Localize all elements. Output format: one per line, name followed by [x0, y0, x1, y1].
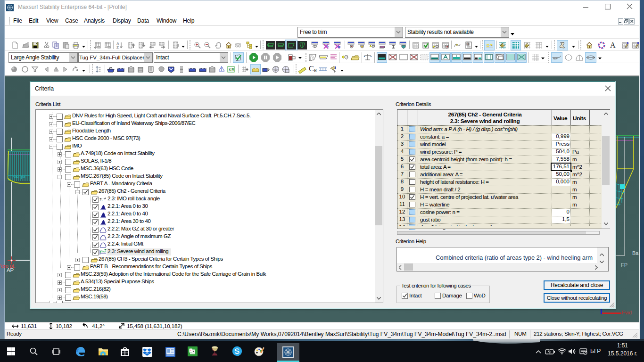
svg-text:G: G: [467, 43, 469, 46]
svg-text:VA1 pa: VA1 pa: [13, 175, 25, 179]
svg-text:Z: Z: [116, 45, 119, 49]
svg-text:KB: KB: [229, 67, 234, 72]
svg-text:Σ: Σ: [99, 197, 102, 202]
